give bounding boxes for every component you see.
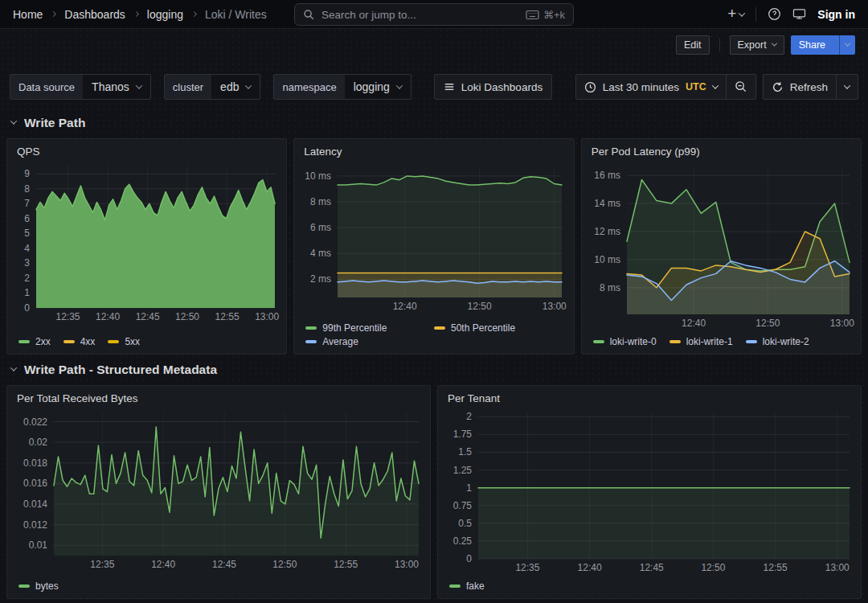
breadcrumb-current: Loki / Writes [205,8,267,21]
section-structured-metadata[interactable]: Write Path - Structured Metadata [11,363,857,377]
legend-item[interactable]: Average [305,336,421,347]
bytes-legend: bytes [7,578,430,595]
sign-in-button[interactable]: Sign in [817,8,855,21]
chevron-down-icon [245,82,252,88]
legend-swatch [108,340,119,343]
latency-chart[interactable]: 2 ms4 ms6 ms8 ms10 ms12:4012:5013:00 [299,161,568,320]
refresh-group: Refresh [763,74,858,100]
legend-item[interactable]: loki-write-1 [669,336,733,347]
zoom-out-button[interactable] [726,75,755,99]
svg-text:1: 1 [24,287,30,298]
svg-text:12:40: 12:40 [151,559,175,570]
svg-text:13:00: 13:00 [829,318,854,329]
svg-text:12:35: 12:35 [515,562,539,573]
breadcrumb-dashboards[interactable]: Dashboards [64,8,125,21]
svg-text:0.01: 0.01 [29,539,48,551]
time-range-picker[interactable]: Last 30 minutes UTC [576,75,726,99]
section-write-path[interactable]: Write Path [11,116,857,130]
per-pod-latency-chart[interactable]: 8 ms10 ms12 ms14 ms16 ms12:4012:5013:00 [587,161,856,334]
legend-item[interactable]: 5xx [108,336,140,347]
qps-chart[interactable]: 012345678912:3512:4012:4512:5012:5513:00 [12,161,281,334]
qps-legend: 2xx 4xx 5xx [7,334,286,351]
export-button[interactable]: Export [730,35,784,55]
breadcrumb-home[interactable]: Home [13,8,43,21]
legend-item[interactable]: bytes [18,580,59,592]
legend-swatch [305,326,317,330]
svg-text:12:55: 12:55 [215,311,240,322]
legend-item[interactable]: 50th Percentile [434,322,550,334]
svg-text:0.014: 0.014 [23,498,47,510]
panel-title[interactable]: Per Total Received Bytes [7,392,430,408]
svg-text:1.75: 1.75 [453,429,473,440]
time-picker-group: Last 30 minutes UTC [575,74,756,100]
kiosk-mode-button[interactable] [792,8,806,20]
datasource-label: Data source [10,75,83,99]
panel-per-pod-latency: Per Pod Latency (p99) 8 ms10 ms12 ms14 m… [581,138,862,355]
chart-svg: 012345678912:3512:4012:4512:5012:5513:00 [12,161,281,324]
svg-text:0.012: 0.012 [23,519,47,531]
new-dropdown-button[interactable]: + [727,7,744,21]
refresh-button[interactable]: Refresh [764,75,836,99]
share-button[interactable]: Share [791,35,833,55]
svg-text:12:45: 12:45 [640,562,664,573]
chevron-down-icon [396,82,403,88]
received-bytes-chart[interactable]: 0.010.0120.0140.0160.0180.020.02212:3512… [12,408,425,578]
svg-text:0.016: 0.016 [23,478,47,489]
share-dropdown-button[interactable] [839,35,855,55]
per-pod-legend: loki-write-0 loki-write-1 loki-write-2 [582,334,861,351]
divider [719,39,720,51]
svg-text:9: 9 [24,168,30,179]
clock-icon [584,81,596,93]
namespace-select[interactable]: logging [345,75,411,99]
svg-text:0.5: 0.5 [458,518,472,529]
edit-button[interactable]: Edit [676,35,710,55]
svg-text:12:35: 12:35 [55,311,80,322]
legend-item[interactable]: fake [449,580,485,592]
filter-row: Data source Thanos cluster edb namespace… [10,74,858,100]
panel-title[interactable]: Per Tenant [438,392,861,408]
svg-text:2: 2 [24,273,30,284]
refresh-interval-dropdown[interactable] [836,75,858,99]
svg-text:12:55: 12:55 [334,559,358,570]
svg-text:10 ms: 10 ms [594,254,620,265]
legend-swatch [669,340,681,343]
svg-text:12:50: 12:50 [701,562,725,573]
legend-item[interactable]: loki-write-0 [593,336,657,347]
namespace-variable: namespace logging [273,74,411,100]
zoom-out-icon [735,80,747,93]
per-tenant-chart[interactable]: 00.250.50.7511.251.51.75212:3512:4012:45… [443,408,856,578]
chart-svg: 0.010.0120.0140.0160.0180.020.02212:3512… [12,408,425,572]
svg-text:2 ms: 2 ms [310,273,331,285]
legend-item[interactable]: 99th Percentile [305,322,421,334]
svg-text:0.75: 0.75 [453,500,473,511]
chevron-down-icon [844,82,850,88]
panel-row-2: Per Total Received Bytes 0.010.0120.0140… [6,385,862,593]
svg-text:12:40: 12:40 [96,311,120,322]
legend-item[interactable]: 4xx [63,336,96,347]
search-shortcut: ⌘+k [526,9,565,21]
panel-title[interactable]: Per Pod Latency (p99) [582,145,861,161]
svg-text:13:00: 13:00 [542,301,567,312]
loki-dashboards-button[interactable]: Loki Dashboards [434,74,552,100]
panel-per-total-received-bytes: Per Total Received Bytes 0.010.0120.0140… [6,385,431,599]
svg-text:0.022: 0.022 [23,416,47,428]
legend-item[interactable]: loki-write-2 [746,336,809,347]
search-input[interactable]: Search or jump to... ⌘+k [294,3,574,26]
svg-text:1.5: 1.5 [458,446,472,457]
monitor-icon [792,8,806,20]
svg-text:7: 7 [24,198,30,209]
panel-title[interactable]: Latency [294,145,573,161]
panel-row-1: QPS 012345678912:3512:4012:4512:5012:551… [6,138,862,345]
svg-text:0.25: 0.25 [453,535,473,547]
datasource-select[interactable]: Thanos [83,75,150,99]
plus-icon: + [727,6,736,21]
panel-title[interactable]: QPS [7,145,286,161]
legend-swatch [434,326,445,330]
cluster-select[interactable]: edb [211,75,260,99]
help-button[interactable] [768,7,781,21]
breadcrumb-logging[interactable]: logging [147,8,183,21]
legend-swatch [63,340,75,343]
svg-text:8 ms: 8 ms [600,282,620,293]
svg-text:14 ms: 14 ms [594,198,620,209]
legend-item[interactable]: 2xx [18,336,51,347]
